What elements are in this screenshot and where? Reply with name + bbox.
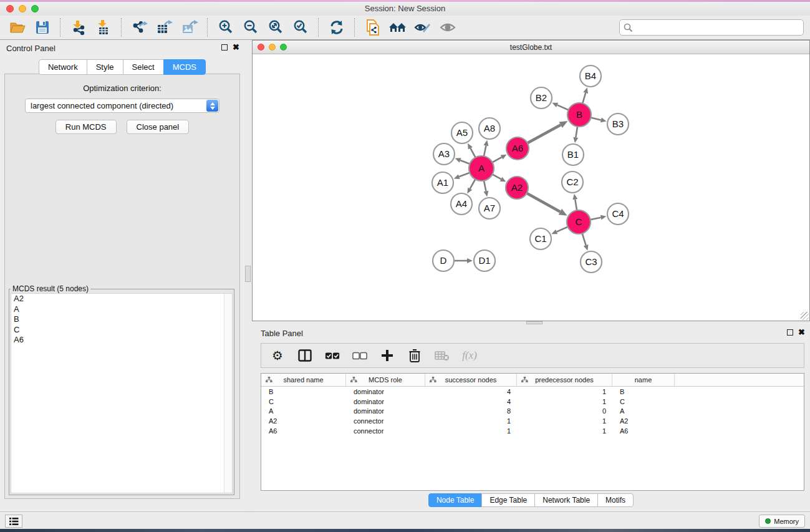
node-label-A3: A3 (438, 148, 450, 159)
node-table[interactable]: shared nameMCDS rolesuccessor nodesprede… (261, 373, 804, 491)
tab-network[interactable]: Network (39, 59, 87, 75)
cell[interactable]: dominator (346, 398, 425, 405)
table-row[interactable]: Adominator80A (261, 407, 804, 417)
search-icon (624, 23, 633, 32)
zoom-in-button[interactable] (213, 17, 238, 37)
vertical-splitter-handle[interactable] (245, 266, 251, 282)
clone-network-button[interactable] (360, 17, 385, 37)
tab-mcds[interactable]: MCDS (163, 59, 206, 75)
node-label-A: A (478, 163, 485, 173)
save-session-button[interactable] (30, 17, 55, 37)
result-item-a2[interactable]: A2 (11, 294, 232, 304)
tab-style[interactable]: Style (87, 59, 123, 75)
cell[interactable]: 1 (517, 398, 612, 405)
network-canvas[interactable]: B4B2BB3A5A8A6A3AB1A1C2A4A7A2CC4C1C3DD1 (253, 54, 809, 321)
cell[interactable]: 1 (517, 388, 612, 395)
cell[interactable]: B (261, 388, 346, 395)
column-header-mcds-role[interactable]: MCDS role (346, 374, 425, 386)
cell[interactable]: B (612, 388, 675, 395)
cell[interactable]: 8 (425, 407, 517, 415)
tab-select[interactable]: Select (123, 59, 164, 75)
deselect-all-button[interactable] (352, 348, 367, 363)
cell[interactable]: A (261, 407, 346, 415)
cell[interactable]: 1 (517, 427, 612, 435)
home-layout-button[interactable] (385, 17, 410, 37)
cell[interactable]: A2 (261, 417, 346, 425)
cell[interactable]: 4 (425, 388, 517, 395)
table-row[interactable]: Cdominator41C (261, 397, 804, 407)
task-history-button[interactable] (5, 515, 22, 528)
search-input[interactable] (635, 22, 799, 32)
select-all-button[interactable] (325, 348, 340, 363)
tab-edge-table[interactable]: Edge Table (481, 493, 535, 507)
close-panel-button[interactable]: Close panel (127, 120, 190, 134)
run-mcds-button[interactable]: Run MCDS (55, 120, 117, 134)
tab-node-table[interactable]: Node Table (428, 493, 483, 507)
cell[interactable]: A6 (261, 427, 346, 435)
network-graph[interactable]: B4B2BB3A5A8A6A3AB1A1C2A4A7A2CC4C1C3DD1 (253, 54, 809, 321)
network-window-titlebar[interactable]: testGlobe.txt (253, 41, 809, 54)
vertical-splitter[interactable] (244, 40, 252, 511)
zoom-out-button[interactable] (238, 17, 263, 37)
export-table-button[interactable] (152, 17, 177, 37)
cell[interactable]: dominator (346, 407, 425, 415)
cell[interactable]: connector (346, 417, 425, 425)
table-row[interactable]: A6connector11A6 (261, 426, 804, 436)
memory-button[interactable]: Memory (759, 515, 805, 528)
cell[interactable]: 1 (517, 417, 612, 425)
toolbar-separator (207, 18, 208, 37)
cell[interactable]: 1 (425, 427, 517, 435)
tab-motifs[interactable]: Motifs (597, 493, 634, 507)
cell[interactable]: A2 (612, 417, 675, 425)
export-network-button[interactable] (127, 17, 152, 37)
column-header-successor-nodes[interactable]: successor nodes (425, 374, 517, 386)
export-image-button[interactable] (177, 17, 202, 37)
close-table-panel-icon[interactable]: ✖ (798, 329, 805, 336)
node-label-C: C (576, 216, 582, 227)
cell[interactable]: A (612, 407, 675, 415)
import-network-button[interactable] (66, 17, 91, 37)
table-row[interactable]: A2connector11A2 (261, 416, 804, 426)
cell[interactable]: C (612, 398, 675, 405)
result-item-a6[interactable]: A6 (11, 335, 232, 346)
show-hide-button[interactable] (435, 17, 460, 37)
column-browser-button[interactable] (297, 348, 312, 363)
table-settings-button[interactable]: ⚙ (270, 348, 285, 363)
cell[interactable]: 4 (425, 398, 517, 405)
column-header-predecessor-nodes[interactable]: predecessor nodes (517, 374, 612, 386)
delete-column-button[interactable] (407, 348, 422, 363)
result-scrollbar[interactable] (224, 294, 232, 493)
tab-network-table[interactable]: Network Table (534, 493, 598, 507)
cell[interactable]: A6 (612, 427, 675, 435)
float-table-panel-icon[interactable] (787, 329, 793, 336)
table-row[interactable]: Bdominator41B (261, 387, 804, 397)
hierarchy-icon (350, 377, 357, 383)
delete-table-button[interactable] (435, 348, 450, 363)
float-panel-icon[interactable] (221, 44, 228, 51)
column-header-shared-name[interactable]: shared name (261, 374, 346, 386)
optimization-criterion-dropdown[interactable]: largest connected component (directed) (25, 99, 219, 113)
cell[interactable]: 1 (425, 417, 517, 425)
horizontal-splitter-handle[interactable] (526, 321, 542, 324)
close-panel-icon[interactable]: ✖ (233, 44, 239, 51)
open-session-button[interactable] (5, 17, 30, 37)
column-header-name[interactable]: name (612, 374, 675, 386)
zoom-selected-button[interactable] (288, 17, 313, 37)
cell[interactable]: dominator (346, 388, 425, 395)
refresh-button[interactable] (324, 17, 349, 37)
function-builder-button[interactable]: f(x) (462, 348, 477, 363)
result-item-a[interactable]: A (11, 304, 232, 315)
resize-grip[interactable] (801, 312, 809, 320)
annotation-mode-button[interactable] (410, 17, 435, 37)
cell[interactable]: connector (346, 427, 425, 435)
cell[interactable]: 0 (517, 407, 612, 415)
add-column-button[interactable] (380, 348, 395, 363)
mcds-result-title: MCDS result (5 nodes) (11, 284, 90, 293)
result-item-c[interactable]: C (11, 325, 232, 336)
search-field[interactable] (619, 19, 804, 36)
import-table-button[interactable] (91, 17, 116, 37)
result-item-b[interactable]: B (11, 314, 232, 325)
mcds-result-list[interactable]: A2ABCA6 (11, 293, 233, 493)
zoom-fit-button[interactable] (263, 17, 288, 37)
cell[interactable]: C (261, 398, 346, 405)
